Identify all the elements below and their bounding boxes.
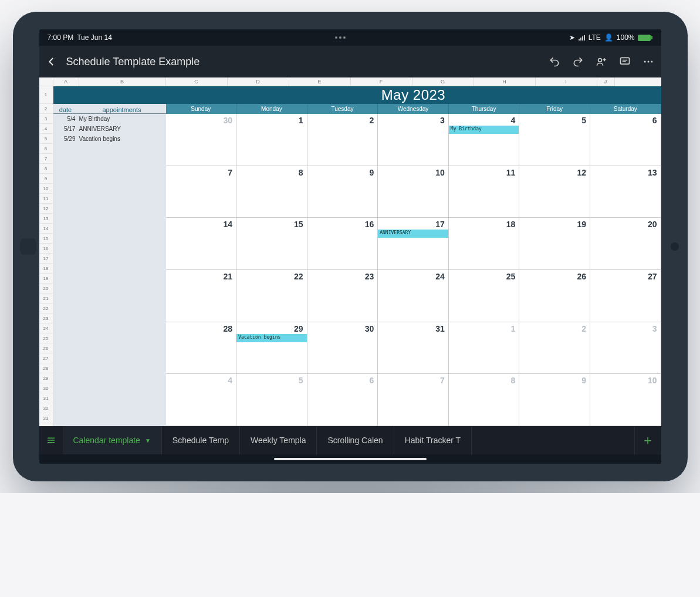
multitask-dots[interactable] (335, 36, 346, 39)
col-header-E[interactable]: E (289, 77, 351, 86)
calendar-day[interactable]: 9 (519, 374, 590, 426)
calendar-day[interactable]: 31 (378, 322, 449, 374)
calendar-day[interactable]: 1 (236, 114, 307, 166)
calendar-event[interactable]: ANNIVERSARY (378, 230, 448, 238)
calendar-day[interactable]: 23 (307, 270, 378, 322)
row-header-17[interactable]: 17 (39, 254, 53, 264)
calendar-day[interactable]: 13 (590, 166, 661, 218)
calendar-day[interactable]: 2 (519, 322, 590, 374)
calendar-day[interactable]: 24 (378, 270, 449, 322)
row-header-23[interactable]: 23 (39, 313, 53, 323)
calendar-day[interactable]: 30 (307, 322, 378, 374)
col-header-D[interactable]: D (228, 77, 289, 86)
calendar-day[interactable]: 17ANNIVERSARY (378, 218, 449, 269)
column-headers[interactable]: ABCDEFGHIJ (39, 77, 661, 86)
calendar-day[interactable]: 10 (378, 166, 449, 218)
col-header-C[interactable]: C (166, 77, 228, 86)
row-headers[interactable]: 1234567891011121314151617181920212223242… (39, 86, 53, 426)
calendar-day[interactable]: 5 (236, 374, 307, 426)
appointment-row[interactable]: 5/4My Birthday (53, 114, 166, 124)
calendar-day[interactable]: 6 (590, 114, 661, 166)
appointment-row[interactable]: 5/17ANNIVERSARY (53, 124, 166, 134)
redo-button[interactable] (572, 56, 584, 68)
row-header-30[interactable]: 30 (39, 383, 53, 393)
col-header-F[interactable]: F (351, 77, 412, 86)
row-header-21[interactable]: 21 (39, 294, 53, 303)
calendar-day[interactable]: 4My Birthday (449, 114, 520, 166)
row-header-33[interactable]: 33 (39, 413, 53, 423)
row-header-24[interactable]: 24 (39, 323, 53, 333)
comment-button[interactable] (619, 56, 631, 68)
row-header-32[interactable]: 32 (39, 403, 53, 413)
col-header-J[interactable]: J (597, 77, 615, 86)
col-header-H[interactable]: H (474, 77, 536, 86)
home-indicator[interactable] (39, 454, 661, 464)
tab-sheet[interactable]: Schedule Temp (162, 426, 240, 454)
row-header-14[interactable]: 14 (39, 224, 53, 234)
row-header-29[interactable]: 29 (39, 373, 53, 383)
tab-sheet[interactable]: Habit Tracker T (394, 426, 472, 454)
appointment-row[interactable]: 5/29Vacation begins (53, 134, 166, 144)
row-header-13[interactable]: 13 (39, 214, 53, 224)
calendar-day[interactable]: 7 (166, 166, 237, 218)
add-sheet-button[interactable]: ＋ (634, 426, 661, 454)
row-header-26[interactable]: 26 (39, 343, 53, 353)
calendar-day[interactable]: 9 (307, 166, 378, 218)
calendar-day[interactable]: 22 (236, 270, 307, 322)
calendar-day[interactable]: 7 (378, 374, 449, 426)
row-header-10[interactable]: 10 (39, 184, 53, 194)
calendar-day[interactable]: 12 (519, 166, 590, 218)
tab-calendar-template[interactable]: Calendar template▼ (63, 426, 162, 454)
row-header-7[interactable]: 7 (39, 154, 53, 164)
row-header-11[interactable]: 11 (39, 194, 53, 204)
calendar-day[interactable]: 18 (449, 218, 520, 269)
calendar-event[interactable]: My Birthday (449, 126, 519, 134)
row-header-8[interactable]: 8 (39, 164, 53, 174)
calendar-day[interactable]: 28 (166, 322, 237, 374)
row-header-18[interactable]: 18 (39, 264, 53, 274)
calendar-day[interactable]: 4 (166, 374, 237, 426)
row-header-3[interactable]: 3 (39, 114, 53, 124)
row-header-19[interactable]: 19 (39, 274, 53, 284)
share-button[interactable] (596, 56, 607, 68)
calendar-day[interactable]: 26 (519, 270, 590, 322)
all-sheets-button[interactable] (39, 435, 63, 446)
undo-button[interactable] (549, 56, 560, 68)
calendar-day[interactable]: 16 (307, 218, 378, 269)
back-button[interactable] (46, 56, 57, 67)
calendar-day[interactable]: 29Vacation begins (236, 322, 307, 374)
calendar-day[interactable]: 21 (166, 270, 237, 322)
tab-sheet[interactable]: Scrolling Calen (317, 426, 394, 454)
tab-sheet[interactable]: Weekly Templa (240, 426, 317, 454)
col-header-B[interactable]: B (79, 77, 166, 86)
row-header-27[interactable]: 27 (39, 353, 53, 363)
col-header-A[interactable]: A (53, 77, 79, 86)
col-header-G[interactable]: G (412, 77, 474, 86)
calendar-day[interactable]: 19 (519, 218, 590, 269)
calendar-day[interactable]: 30 (166, 114, 237, 166)
calendar-event[interactable]: Vacation begins (236, 334, 307, 342)
calendar-day[interactable]: 15 (236, 218, 307, 269)
calendar-day[interactable]: 14 (166, 218, 237, 269)
document-title[interactable]: Schedule Template Example (66, 56, 200, 68)
calendar-day[interactable]: 5 (519, 114, 590, 166)
row-header-2[interactable]: 2 (39, 104, 53, 114)
calendar-day[interactable]: 6 (307, 374, 378, 426)
more-button[interactable] (642, 56, 654, 68)
spreadsheet-grid[interactable]: ABCDEFGHIJ 12345678910111213141516171819… (39, 77, 661, 426)
row-header-20[interactable]: 20 (39, 284, 53, 294)
row-header-25[interactable]: 25 (39, 333, 53, 343)
row-header-16[interactable]: 16 (39, 244, 53, 254)
calendar-day[interactable]: 2 (307, 114, 378, 166)
row-header-28[interactable]: 28 (39, 363, 53, 373)
row-header-6[interactable]: 6 (39, 144, 53, 154)
calendar-day[interactable]: 27 (590, 270, 661, 322)
col-header-I[interactable]: I (536, 77, 597, 86)
row-header-5[interactable]: 5 (39, 134, 53, 144)
calendar-day[interactable]: 8 (449, 374, 520, 426)
row-header-12[interactable]: 12 (39, 204, 53, 214)
calendar-day[interactable]: 11 (449, 166, 520, 218)
calendar-day[interactable]: 25 (449, 270, 520, 322)
row-header-1[interactable]: 1 (39, 86, 53, 104)
home-button[interactable] (20, 238, 36, 255)
